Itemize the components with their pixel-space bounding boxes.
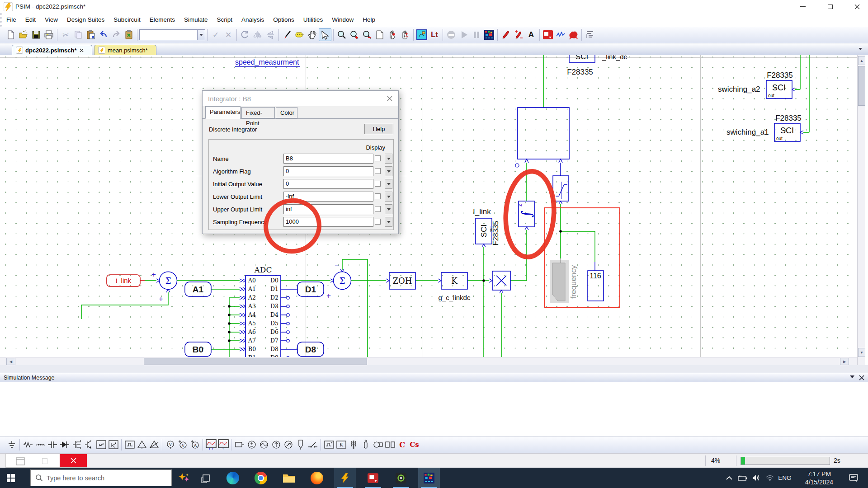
- menu-utilities[interactable]: Utilities: [299, 13, 328, 27]
- panel-collapse-icon[interactable]: [850, 375, 854, 380]
- select-arrow-button[interactable]: [319, 28, 331, 41]
- k-gain-element[interactable]: K: [335, 438, 347, 451]
- display-dropdown-sampling-frequency[interactable]: [385, 217, 392, 227]
- sampling-frequency-field[interactable]: 1000: [283, 217, 373, 227]
- gating-block-element[interactable]: [323, 438, 335, 451]
- apply-check-button[interactable]: ✓: [209, 28, 222, 41]
- menu-view[interactable]: View: [40, 13, 62, 27]
- controlled-voltage-source-element[interactable]: [270, 438, 282, 451]
- preview-close-button[interactable]: [60, 454, 87, 467]
- gain-block[interactable]: K g_c_linkdc: [439, 272, 471, 301]
- scroll-up-icon[interactable]: ▲: [858, 56, 865, 65]
- sci-block-top-cut[interactable]: SCI _link_dc: [569, 55, 627, 62]
- triangle-source-element[interactable]: [136, 438, 148, 451]
- taskbar-file-explorer[interactable]: [278, 468, 300, 488]
- coupler-element[interactable]: [384, 438, 396, 451]
- horizontal-scroll-thumb[interactable]: [144, 358, 367, 365]
- cut-button[interactable]: ✂: [59, 28, 72, 41]
- display-dropdown-lower-limit[interactable]: [385, 192, 392, 202]
- flip-horizontal-button[interactable]: [251, 28, 264, 41]
- resistor-element[interactable]: [22, 438, 34, 451]
- redo-button[interactable]: [110, 28, 123, 41]
- copilot-button[interactable]: [174, 468, 194, 488]
- square-wave-source-element[interactable]: [123, 438, 136, 451]
- start-button[interactable]: [0, 468, 22, 488]
- voltage-probe-pen-button[interactable]: [500, 28, 512, 41]
- lower-output-limit-field[interactable]: -inf: [283, 192, 373, 202]
- taskbar-chrome[interactable]: [250, 468, 272, 488]
- combo-dropdown-icon[interactable]: [197, 30, 205, 40]
- dialog-title-bar[interactable]: Integrator : B8: [203, 91, 398, 106]
- runtime-graph-button[interactable]: [542, 28, 554, 41]
- sine-source-element[interactable]: [258, 438, 270, 451]
- paste-format-button[interactable]: [123, 28, 135, 41]
- scope-2ch-element[interactable]: + +: [205, 438, 217, 451]
- rotate-button[interactable]: [239, 28, 251, 41]
- menu-analysis[interactable]: Analysis: [237, 13, 269, 27]
- minimize-button[interactable]: [793, 0, 813, 13]
- zoom-in-button[interactable]: [348, 28, 361, 41]
- pan-hand-button[interactable]: [306, 28, 319, 41]
- voltmeter-element[interactable]: V: [164, 438, 176, 451]
- net-label-a1[interactable]: A1: [185, 282, 211, 296]
- zoom-combobox[interactable]: [139, 29, 205, 40]
- undo-button[interactable]: [97, 28, 110, 41]
- net-label-i-link[interactable]: i_link: [107, 275, 140, 286]
- task-view-button[interactable]: [195, 468, 217, 488]
- display-dropdown-initial-output[interactable]: [385, 179, 392, 189]
- zoom-page-button[interactable]: [373, 28, 386, 41]
- menu-design-suites[interactable]: Design Suites: [62, 13, 109, 27]
- menu-simulate[interactable]: Simulate: [179, 13, 212, 27]
- menu-elements[interactable]: Elements: [145, 13, 179, 27]
- display-dropdown-algorithm-flag[interactable]: [385, 166, 392, 176]
- netlist-button[interactable]: [584, 28, 596, 41]
- clock[interactable]: 7:17 PM 4/15/2024: [797, 468, 842, 488]
- close-button[interactable]: [847, 0, 868, 13]
- taskbar-dark-app[interactable]: [390, 468, 412, 488]
- new-file-button[interactable]: [5, 28, 17, 41]
- igbt-element[interactable]: [83, 438, 95, 451]
- scroll-right-icon[interactable]: ▶: [840, 358, 849, 365]
- voltage-probe-element[interactable]: [294, 438, 307, 451]
- controlled-current-source-element[interactable]: [282, 438, 294, 451]
- differential-probe-pen-button[interactable]: [512, 28, 525, 41]
- action-center-button[interactable]: [844, 468, 863, 488]
- ground-element[interactable]: [5, 438, 18, 451]
- flip-vertical-button[interactable]: [264, 28, 277, 41]
- sci-block-swiching-a1[interactable]: F28335 swiching_a1 SCI out: [726, 114, 802, 141]
- menu-window[interactable]: Window: [327, 13, 358, 27]
- zoom-selection-hand-button[interactable]: [399, 28, 411, 41]
- horizontal-scrollbar[interactable]: ◀ ▶: [0, 357, 857, 365]
- upper-output-limit-field[interactable]: inf: [283, 204, 373, 214]
- display-checkbox-initial-output[interactable]: [375, 181, 381, 187]
- taskbar-preview-popup[interactable]: [5, 454, 87, 468]
- ammeter-element[interactable]: A: [189, 438, 201, 451]
- speaker-icon[interactable]: [750, 468, 763, 488]
- voltage-source-element[interactable]: V: [176, 438, 189, 451]
- summer-1[interactable]: Σ + +: [151, 270, 177, 303]
- subcircuit-view-button[interactable]: [415, 28, 428, 41]
- dc-block-element[interactable]: [233, 438, 245, 451]
- schematic-canvas[interactable]: speed_measurment: [0, 55, 868, 365]
- copy-button[interactable]: [72, 28, 85, 41]
- display-dropdown-upper-limit[interactable]: [385, 204, 392, 214]
- diode-bridge-element[interactable]: [95, 438, 107, 451]
- display-checkbox-algorithm-flag[interactable]: [375, 168, 381, 174]
- taskbar-search-box[interactable]: Type here to search: [30, 469, 172, 486]
- dialog-tab-parameters[interactable]: Parameters: [205, 106, 241, 119]
- panel-splitter[interactable]: [0, 365, 868, 373]
- switch-element[interactable]: [307, 438, 319, 451]
- ltspice-button[interactable]: Lt: [428, 28, 441, 41]
- wifi-icon[interactable]: [763, 468, 777, 488]
- display-checkbox-name[interactable]: [375, 155, 381, 161]
- scroll-left-icon[interactable]: ◀: [6, 358, 15, 365]
- text-tool-button[interactable]: A: [525, 28, 538, 41]
- zoom-extents-hand-button[interactable]: [386, 28, 399, 41]
- motor-block-element[interactable]: [372, 438, 384, 451]
- zoom-button[interactable]: [335, 28, 348, 41]
- stop-simulation-button[interactable]: [445, 28, 458, 41]
- tab-list-dropdown-icon[interactable]: [856, 46, 865, 53]
- tray-chevron-up-icon[interactable]: [722, 468, 736, 488]
- capacitor-element[interactable]: [46, 438, 58, 451]
- run-simulation-button[interactable]: [458, 28, 470, 41]
